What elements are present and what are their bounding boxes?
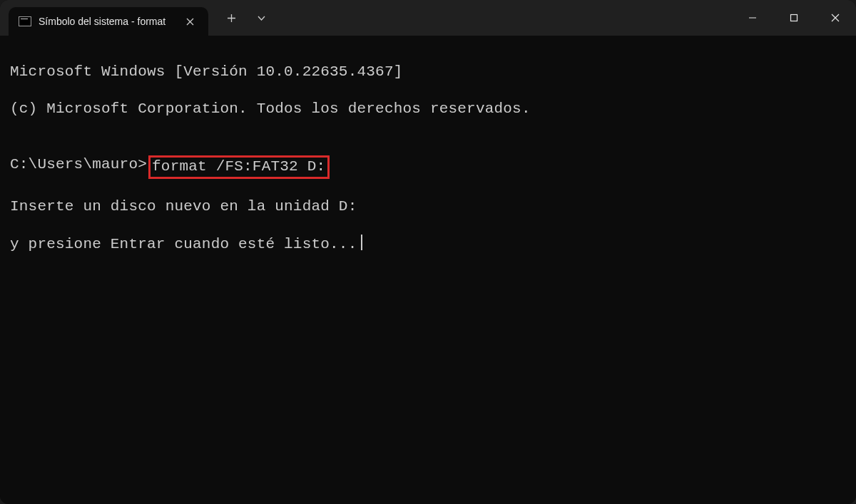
new-tab-button[interactable]: [221, 8, 241, 28]
terminal-window: Símbolo del sistema - format: [0, 0, 856, 504]
terminal-output[interactable]: Microsoft Windows [Versión 10.0.22635.43…: [0, 36, 856, 504]
chevron-down-icon: [257, 14, 266, 23]
prompt-text: C:\Users\mauro>: [10, 155, 147, 174]
output-line: Microsoft Windows [Versión 10.0.22635.43…: [10, 63, 846, 81]
close-window-button[interactable]: [815, 0, 856, 36]
output-line: y presione Entrar cuando esté listo...: [10, 235, 846, 254]
command-text: format /FS:FAT32 D:: [152, 158, 325, 175]
cursor: [361, 235, 362, 250]
tab-close-button[interactable]: [181, 13, 198, 30]
tab-title: Símbolo del sistema - format: [39, 16, 174, 27]
output-text: y presione Entrar cuando esté listo...: [10, 236, 357, 252]
plus-icon: [227, 14, 236, 23]
tab-dropdown-button[interactable]: [251, 8, 271, 28]
cmd-icon: [19, 16, 31, 26]
tab-active[interactable]: Símbolo del sistema - format: [9, 7, 208, 36]
close-icon: [831, 14, 840, 22]
window-controls: [732, 0, 856, 36]
titlebar[interactable]: Símbolo del sistema - format: [0, 0, 856, 36]
close-icon: [186, 18, 194, 26]
maximize-button[interactable]: [773, 0, 815, 36]
prompt-line: C:\Users\mauro> format /FS:FAT32 D:: [10, 155, 846, 179]
svg-rect-0: [791, 15, 798, 21]
tabbar-actions: [221, 8, 271, 28]
minimize-icon: [748, 14, 757, 22]
maximize-icon: [790, 14, 798, 22]
output-line: Inserte un disco nuevo en la unidad D:: [10, 197, 846, 216]
minimize-button[interactable]: [732, 0, 773, 36]
output-line: (c) Microsoft Corporation. Todos los der…: [10, 100, 846, 118]
command-highlight: format /FS:FAT32 D:: [148, 155, 330, 179]
